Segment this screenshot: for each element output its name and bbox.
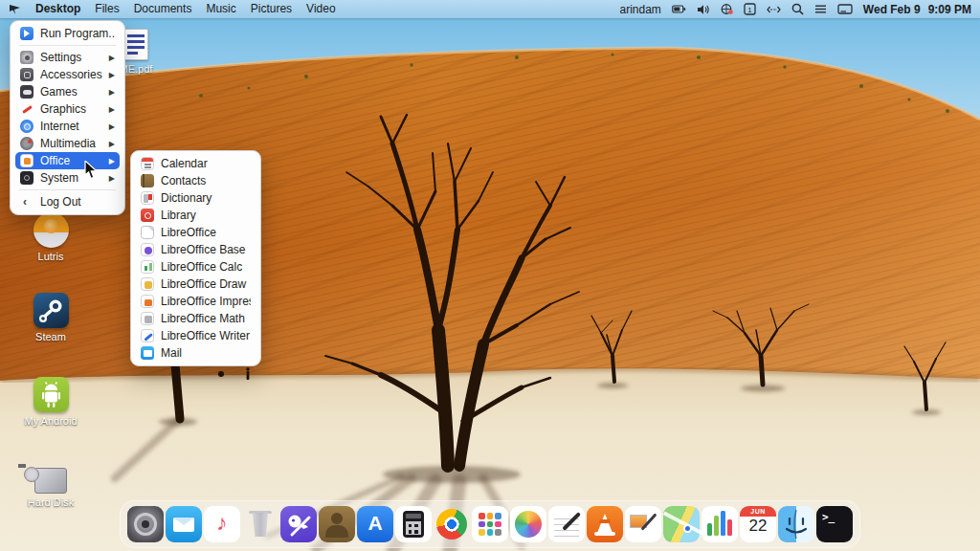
graphics-icon (20, 102, 33, 116)
internet-icon (20, 120, 33, 133)
submenu-arrow-icon: ▶ (109, 174, 115, 183)
trash-icon[interactable] (242, 506, 278, 542)
workspace-icon[interactable]: 1 (744, 3, 756, 15)
display-icon[interactable] (837, 4, 853, 15)
terminal-icon[interactable]: >_ (816, 506, 853, 542)
pdf-document-icon (123, 29, 148, 60)
libreoffice-draw-icon (141, 277, 154, 291)
submenu-item-libreoffice-calc[interactable]: LibreOffice Calc (136, 258, 256, 276)
clock-time: 9:09 PM (928, 3, 971, 16)
mail-icon[interactable] (166, 506, 202, 542)
submenu-item-libreoffice-math[interactable]: LibreOffice Math (136, 310, 256, 327)
notes-icon[interactable] (548, 506, 585, 542)
desktop-icon-hard-disk[interactable]: Hard Disk (16, 462, 85, 508)
launchpad-icon[interactable] (472, 506, 508, 542)
submenu-arrow-icon: ▶ (109, 140, 115, 148)
desktop-icon-my-android[interactable]: My Android (16, 377, 85, 427)
android-icon (33, 377, 69, 412)
steam-icon (33, 293, 69, 328)
menu-item-graphics[interactable]: Graphics ▶ (15, 100, 120, 118)
libreoffice-calc-icon (141, 260, 154, 274)
svg-text:1: 1 (747, 6, 752, 14)
mouse-cursor (84, 161, 100, 180)
calendar-day: 22 (740, 517, 776, 536)
icon-label: Hard Disk (28, 496, 74, 508)
finder-icon[interactable] (778, 506, 814, 542)
submenu-item-dictionary[interactable]: Dictionary (136, 189, 256, 207)
steam-logo (33, 293, 69, 328)
menu-item-settings[interactable]: Settings ▶ (15, 49, 120, 66)
menubar-menu-pictures[interactable]: Pictures (251, 0, 292, 18)
submenu-item-libreoffice-writer[interactable]: LibreOffice Writer (136, 327, 256, 344)
submenu-item-calendar[interactable]: Calendar (136, 155, 256, 172)
menu-item-office[interactable]: Office ▶ (15, 152, 120, 169)
gimp-icon[interactable] (280, 506, 317, 542)
menu-lines-icon[interactable] (814, 4, 827, 14)
android-robot (33, 377, 69, 412)
library-app-icon (141, 209, 154, 222)
system-icon (20, 171, 33, 185)
menu-item-games[interactable]: Games ▶ (15, 83, 120, 100)
contacts-app-icon (141, 174, 154, 187)
preview-icon[interactable] (625, 506, 661, 542)
photos-icon[interactable] (510, 506, 546, 542)
office-submenu: Calendar Contacts Dictionary Library Lib… (130, 150, 261, 366)
chrome-icon[interactable] (434, 506, 470, 542)
games-icon (20, 85, 33, 99)
globe-icon[interactable] (721, 3, 733, 15)
swap-arrows-icon[interactable] (767, 5, 781, 14)
submenu-item-libreoffice-impress[interactable]: LibreOffice Impress (136, 293, 256, 310)
icon-label: Lutris (38, 251, 64, 262)
menu-separator (19, 189, 116, 190)
menu-item-accessories[interactable]: Accessories ▶ (15, 66, 120, 83)
contacts-icon[interactable] (319, 506, 355, 542)
submenu-arrow-icon: ▶ (109, 105, 115, 114)
hello-logo-icon[interactable] (9, 3, 21, 15)
submenu-arrow-icon: ▶ (109, 54, 115, 62)
multimedia-icon (20, 137, 33, 150)
charts-icon[interactable] (702, 506, 738, 542)
volume-icon[interactable] (697, 4, 710, 15)
app-store-icon[interactable]: A (357, 506, 393, 542)
menu-item-run-program[interactable]: Run Program... (15, 25, 120, 42)
dock-calendar-icon[interactable]: JUN 22 (740, 506, 776, 542)
libreoffice-icon (141, 226, 154, 239)
calculator-icon[interactable] (395, 506, 432, 542)
battery-icon[interactable] (672, 4, 686, 14)
submenu-arrow-icon: ▶ (109, 157, 115, 165)
submenu-item-libreoffice[interactable]: LibreOffice (136, 224, 256, 241)
logout-icon: ‹ (20, 195, 33, 209)
submenu-item-contacts[interactable]: Contacts (136, 172, 256, 189)
accessories-icon (20, 68, 33, 81)
libreoffice-base-icon (141, 243, 154, 256)
menubar-menu-music[interactable]: Music (206, 0, 235, 18)
vlc-icon[interactable] (587, 506, 623, 542)
submenu-item-libreoffice-base[interactable]: LibreOffice Base (136, 241, 256, 258)
calendar-month: JUN (740, 506, 776, 517)
menubar-clock: Wed Feb 9 9:09 PM (863, 3, 971, 16)
menubar-menu-video[interactable]: Video (306, 0, 335, 18)
menubar: Desktop Files Documents Music Pictures V… (0, 0, 980, 18)
desktop-icon-lutris[interactable]: Lutris (16, 212, 85, 262)
libreoffice-writer-icon (141, 329, 154, 342)
menu-item-internet[interactable]: Internet ▶ (15, 118, 120, 135)
music-icon[interactable]: ♪ (204, 506, 240, 542)
menu-item-system[interactable]: System ▶ (15, 169, 120, 187)
submenu-item-mail[interactable]: Mail (136, 344, 256, 362)
submenu-item-libreoffice-draw[interactable]: LibreOffice Draw (136, 276, 256, 293)
finder-face (778, 506, 814, 542)
menubar-status-area: arindam 1 Wed Feb 9 9:09 PM (619, 3, 971, 16)
menubar-menu-documents[interactable]: Documents (134, 0, 192, 18)
menubar-menu-files[interactable]: Files (95, 0, 119, 18)
maps-icon[interactable] (663, 506, 700, 542)
menu-item-multimedia[interactable]: Multimedia ▶ (15, 135, 120, 152)
system-preferences-icon[interactable] (127, 506, 164, 542)
submenu-arrow-icon: ▶ (109, 122, 115, 131)
menu-separator (19, 45, 116, 46)
desktop-icon-steam[interactable]: Steam (16, 293, 85, 342)
desktop-menu: Run Program... Settings ▶ Accessories ▶ … (10, 20, 125, 215)
search-icon[interactable] (791, 3, 804, 15)
submenu-item-library[interactable]: Library (136, 207, 256, 224)
menu-item-log-out[interactable]: ‹ Log Out (15, 193, 120, 210)
menubar-menu-desktop[interactable]: Desktop (35, 0, 80, 18)
